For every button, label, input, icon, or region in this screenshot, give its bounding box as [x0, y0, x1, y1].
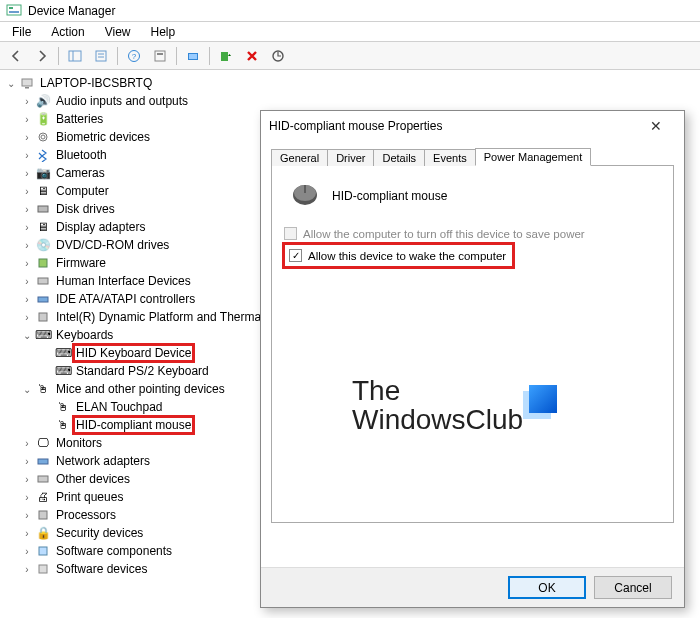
tab-events[interactable]: Events	[424, 149, 476, 166]
svg-rect-14	[221, 52, 228, 61]
network-icon	[34, 454, 52, 468]
cpu-icon	[34, 508, 52, 522]
chip-icon	[34, 310, 52, 324]
toolbar: ?	[0, 42, 700, 70]
expand-icon[interactable]: ›	[20, 204, 34, 215]
expand-icon[interactable]: ›	[20, 438, 34, 449]
menu-file[interactable]: File	[4, 23, 39, 41]
component-icon	[34, 544, 52, 558]
toolbar-separator	[117, 47, 118, 65]
tab-panel-power: HID-compliant mouse Allow the computer t…	[271, 165, 674, 523]
unknown-icon	[34, 472, 52, 486]
expand-icon[interactable]: ›	[20, 528, 34, 539]
close-button[interactable]: ✕	[636, 112, 676, 140]
keyboard-icon: ⌨	[54, 346, 72, 360]
svg-rect-5	[96, 51, 106, 61]
computer-icon: 🖥	[34, 184, 52, 198]
svg-rect-26	[38, 476, 48, 482]
svg-rect-3	[69, 51, 81, 61]
dialog-tabstrip: General Driver Details Events Power Mana…	[271, 143, 674, 165]
tab-details[interactable]: Details	[373, 149, 425, 166]
properties-button[interactable]	[89, 45, 113, 67]
svg-rect-29	[39, 565, 47, 573]
expand-icon[interactable]: ›	[20, 186, 34, 197]
svg-rect-16	[22, 79, 32, 86]
software-icon	[34, 562, 52, 576]
svg-rect-10	[155, 51, 165, 61]
collapse-icon[interactable]: ⌄	[20, 384, 34, 395]
computer-icon	[18, 76, 36, 90]
cancel-button[interactable]: Cancel	[594, 576, 672, 599]
hid-keyboard-label: HID Keyboard Device	[74, 345, 193, 361]
display-icon: 🖥	[34, 220, 52, 234]
collapse-icon[interactable]: ⌄	[4, 78, 18, 89]
tab-power-management[interactable]: Power Management	[475, 148, 591, 166]
expand-icon[interactable]: ›	[20, 132, 34, 143]
expand-icon[interactable]: ›	[20, 510, 34, 521]
expand-icon[interactable]: ›	[20, 474, 34, 485]
expand-icon[interactable]: ›	[20, 222, 34, 233]
allow-turnoff-label: Allow the computer to turn off this devi…	[303, 228, 585, 240]
expand-icon[interactable]: ›	[20, 294, 34, 305]
wake-option-highlight: ✓ Allow this device to wake the computer	[282, 242, 515, 269]
menu-view[interactable]: View	[97, 23, 139, 41]
expand-icon[interactable]: ›	[20, 456, 34, 467]
expand-icon[interactable]: ›	[20, 240, 34, 251]
expand-icon[interactable]: ›	[20, 546, 34, 557]
update-driver-button[interactable]	[266, 45, 290, 67]
watermark-line2: WindowsClub	[352, 405, 523, 434]
svg-rect-1	[9, 7, 13, 9]
tree-item-audio[interactable]: ›🔊Audio inputs and outputs	[4, 92, 700, 110]
dialog-titlebar[interactable]: HID-compliant mouse Properties ✕	[261, 111, 684, 141]
collapse-icon[interactable]: ⌄	[20, 330, 34, 341]
back-button[interactable]	[4, 45, 28, 67]
disk-icon	[34, 202, 52, 216]
forward-button[interactable]	[30, 45, 54, 67]
tab-driver[interactable]: Driver	[327, 149, 374, 166]
keyboard-icon: ⌨	[34, 328, 52, 342]
tab-general[interactable]: General	[271, 149, 328, 166]
expand-icon[interactable]: ›	[20, 258, 34, 269]
svg-rect-20	[38, 206, 48, 212]
svg-rect-27	[39, 511, 47, 519]
expand-icon[interactable]: ›	[20, 276, 34, 287]
camera-icon: 📷	[34, 166, 52, 180]
hid-mouse-label: HID-compliant mouse	[74, 417, 193, 433]
scan-hardware-button[interactable]	[181, 45, 205, 67]
action-button[interactable]	[148, 45, 172, 67]
expand-icon[interactable]: ›	[20, 312, 34, 323]
app-icon	[6, 3, 22, 19]
expand-icon[interactable]: ›	[20, 114, 34, 125]
menu-help[interactable]: Help	[143, 23, 184, 41]
svg-rect-25	[38, 459, 48, 464]
monitor-icon: 🖵	[34, 436, 52, 450]
keyboard-icon: ⌨	[54, 364, 72, 378]
menu-action[interactable]: Action	[43, 23, 92, 41]
uninstall-device-button[interactable]	[240, 45, 264, 67]
help-button[interactable]: ?	[122, 45, 146, 67]
svg-rect-11	[157, 53, 163, 55]
tree-root[interactable]: ⌄ LAPTOP-IBCSBRTQ	[4, 74, 700, 92]
fingerprint-icon	[34, 130, 52, 144]
expand-icon[interactable]: ›	[20, 492, 34, 503]
show-hide-tree-button[interactable]	[63, 45, 87, 67]
bluetooth-icon	[34, 148, 52, 162]
allow-wake-checkbox[interactable]: ✓	[289, 249, 302, 262]
toolbar-separator	[58, 47, 59, 65]
watermark-logo-icon	[529, 385, 557, 413]
expand-icon[interactable]: ›	[20, 564, 34, 575]
svg-text:?: ?	[132, 52, 137, 61]
expand-icon[interactable]: ›	[20, 168, 34, 179]
battery-icon: 🔋	[34, 112, 52, 126]
window-titlebar: Device Manager	[0, 0, 700, 22]
expand-icon[interactable]: ›	[20, 96, 34, 107]
svg-point-18	[39, 133, 47, 141]
ok-button[interactable]: OK	[508, 576, 586, 599]
mouse-icon: 🖱	[54, 418, 72, 432]
allow-turnoff-row: Allow the computer to turn off this devi…	[282, 225, 663, 242]
expand-icon[interactable]: ›	[20, 150, 34, 161]
allow-wake-row[interactable]: ✓ Allow this device to wake the computer	[287, 247, 506, 264]
enable-device-button[interactable]	[214, 45, 238, 67]
watermark-line1: The	[352, 376, 523, 405]
menubar: File Action View Help	[0, 22, 700, 42]
